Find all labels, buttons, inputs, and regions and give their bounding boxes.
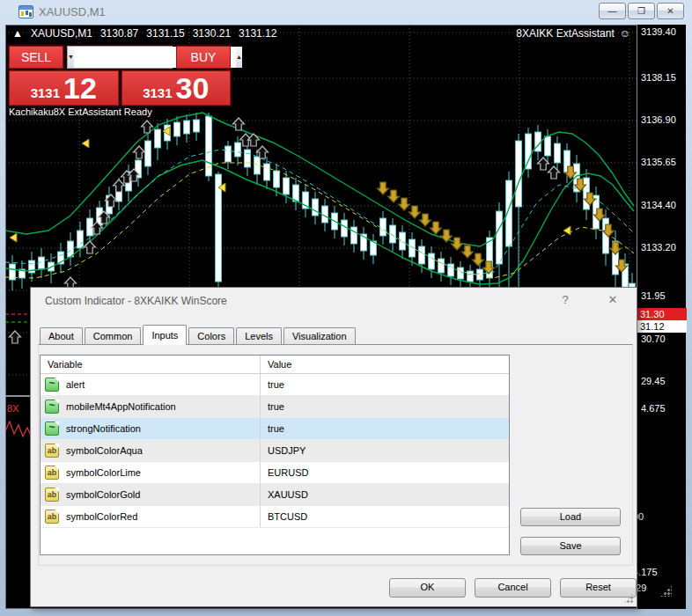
sell-price-prefix: 3131 [31,85,60,100]
param-string-icon: ab [45,510,59,524]
param-value-cell[interactable]: EURUSD [261,462,509,483]
mt4-chart-window: XAUUSD,M1 — ❐ ✕ 8X ▲ XAUUSD,M1 3130.87 3… [0,0,692,616]
param-string-icon: ab [45,488,59,502]
sell-price-tile[interactable]: 3131 12 [9,70,119,106]
param-value-cell[interactable]: true [261,374,509,395]
param-value-cell[interactable]: true [261,396,509,417]
price-axis-label: 30.70 [641,334,666,344]
param-row-alert[interactable]: ~alerttrue [40,374,509,396]
param-bool-icon: ~ [45,378,59,392]
chart-app-icon [18,5,33,18]
ohlc-low: 3130.21 [193,27,231,40]
ask-price-box: 31.30 [637,308,687,320]
ohlc-close: 3131.12 [239,27,276,40]
price-axis-label: 3135.65 [641,157,676,167]
price-axis[interactable]: 3139.403138.153136.903135.653134.403133.… [637,25,686,609]
maximize-button[interactable]: ❐ [628,3,655,19]
tab-common[interactable]: Common [85,327,142,345]
param-name: symbolColorRed [66,511,137,522]
param-value-cell[interactable]: true [261,418,509,439]
param-row-symbolColorGold[interactable]: absymbolColorGoldXAUUSD [40,484,509,506]
price-axis-label: 3138.15 [641,72,676,83]
buy-button[interactable]: BUY [176,46,231,69]
volume-decrease-icon[interactable]: ▼ [68,47,74,68]
tab-levels[interactable]: Levels [236,327,282,345]
smiley-icon: ☺ [620,27,630,40]
buy-price-tile[interactable]: 3131 30 [121,70,232,106]
dialog-tabs: AboutCommonInputsColorsLevelsVisualizati… [40,325,357,345]
tab-colors[interactable]: Colors [188,327,234,345]
param-row-symbolColorAqua[interactable]: absymbolColorAquaUSDJPY [40,440,509,462]
minimize-button[interactable]: — [599,3,626,19]
buy-price-digits: 30 [176,72,210,104]
close-button[interactable]: ✕ [657,3,684,19]
chart-symbol-period: XAUUSD,M1 [31,27,92,40]
dialog-close-icon[interactable]: ✕ [605,293,621,306]
save-button[interactable]: Save [520,537,621,555]
tab-inputs[interactable]: Inputs [143,325,187,345]
chart-ohlc-header: ▲ XAUUSD,M1 3130.87 3131.15 3130.21 3131… [12,27,276,40]
param-name: strongNotification [66,423,141,434]
param-string-icon: ab [45,466,59,480]
price-axis-label: 3134.40 [641,200,676,210]
volume-stepper: ▼ ▲ [67,46,173,69]
column-header-value: Value [261,356,291,373]
param-name: alert [66,379,85,390]
param-name: symbolColorLime [66,467,141,478]
param-value-cell[interactable]: BTCUSD [261,506,509,527]
volume-increase-icon[interactable]: ▲ [236,47,242,68]
price-axis-label: 3139.40 [641,26,676,37]
assistant-status-text: Kachikaku8X ExtAssistant Ready [9,106,152,117]
reset-button[interactable]: Reset [560,578,637,598]
price-axis-label: 29.45 [641,376,666,386]
price-axis-label: 3133.20 [641,242,676,253]
price-axis-label: 31.95 [641,290,666,301]
param-name: mobileMt4AppNotification [66,401,176,412]
sell-price-digits: 12 [63,72,97,104]
param-row-symbolColorRed[interactable]: absymbolColorRedBTCUSD [40,506,509,528]
one-click-trading-panel: SELL ▼ ▲ BUY 3131 12 3131 30 [7,44,232,107]
sell-button[interactable]: SELL [9,46,63,69]
window-title: XAUUSD,M1 [39,5,106,18]
assistant-label: 8XAIKK ExtAssistant [516,27,614,40]
param-row-mobileMt4AppNotification[interactable]: ~mobileMt4AppNotificationtrue [40,396,509,418]
param-value-cell[interactable]: USDJPY [261,440,509,461]
param-value-cell[interactable]: XAUUSD [261,484,509,505]
dialog-title: Custom Indicator - 8XKAIKK WinScore [45,295,227,307]
parameters-table: VariableValue~alerttrue~mobileMt4AppNoti… [40,355,510,555]
param-row-symbolColorLime[interactable]: absymbolColorLimeEURUSD [40,462,509,484]
cancel-button[interactable]: Cancel [475,578,551,598]
tab-about[interactable]: About [40,327,83,345]
param-bool-icon: ~ [45,400,59,414]
last-price-box: 31.12 [637,320,687,333]
buy-price-prefix: 3131 [143,85,172,100]
price-axis-label: 4.675 [641,403,666,414]
caption-buttons: — ❐ ✕ [599,3,684,19]
load-button[interactable]: Load [520,508,621,526]
ohlc-high: 3131.15 [146,27,184,40]
svg-text:8X: 8X [7,403,19,414]
param-name: symbolColorGold [66,489,140,500]
ok-button[interactable]: OK [389,578,466,598]
param-string-icon: ab [45,444,59,458]
column-header-variable: Variable [40,356,261,373]
window-titlebar[interactable]: XAUUSD,M1 — ❐ ✕ [0,0,692,25]
custom-indicator-dialog: Custom Indicator - 8XKAIKK WinScore ? ✕ … [30,287,637,607]
param-name: symbolColorAqua [66,445,143,456]
price-axis-label: 3136.90 [641,114,676,125]
ohlc-open: 3130.87 [100,27,138,40]
tab-visualization[interactable]: Visualization [283,327,356,345]
help-icon[interactable]: ? [557,293,573,306]
chart-resize-grip[interactable] [660,585,672,597]
param-row-strongNotification[interactable]: ~strongNotificationtrue [40,418,509,440]
indicator-caption: 8XAIKK ExtAssistant ☺ [516,27,630,40]
param-bool-icon: ~ [45,422,59,436]
collapse-arrow-icon[interactable]: ▲ [12,27,23,40]
